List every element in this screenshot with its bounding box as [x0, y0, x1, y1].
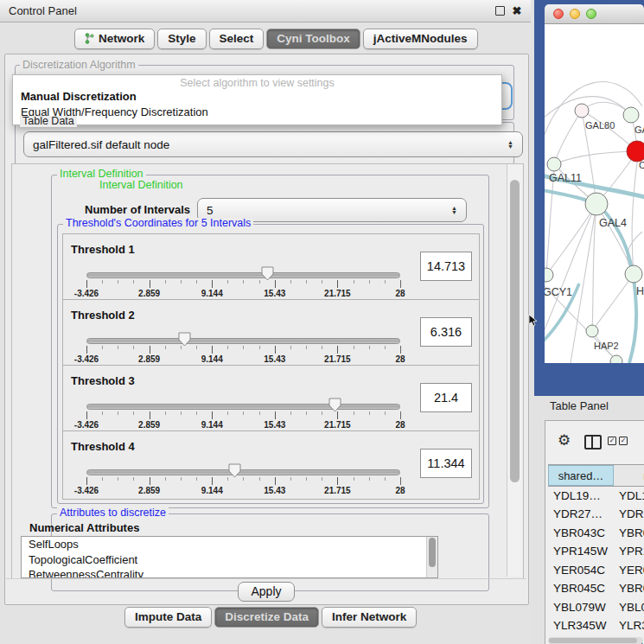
list-item[interactable]: TopologicalCoefficient — [22, 552, 437, 568]
threshold-slider[interactable]: -3.426 2.859 9.144 15.43 21.715 28 — [86, 335, 400, 364]
close-icon[interactable]: ✖ — [511, 5, 523, 17]
settings-scroll-pane: Interval Definition Number of Intervals … — [11, 163, 524, 579]
threshold-slider[interactable]: -3.426 2.859 9.144 15.43 21.715 28 — [86, 466, 400, 495]
slider-thumb-icon[interactable] — [328, 398, 341, 412]
slider-ticks — [86, 346, 401, 354]
threshold-slider[interactable]: -3.426 2.859 9.144 15.43 21.715 28 — [86, 400, 400, 430]
mac-minimize-icon[interactable] — [570, 9, 580, 19]
network-canvas[interactable]: GAL80 GA C GAL11 GAL4 GCY1 H HAP2 — [545, 24, 644, 363]
table-horizontal-scrollbar[interactable] — [548, 637, 643, 644]
table-row[interactable]: YBR043C YBR0 — [548, 524, 644, 543]
attributes-group-title: Attributes to discretize — [57, 507, 169, 519]
node-h — [625, 265, 642, 283]
threshold-row: Threshold 3 -3.426 2.859 9.144 15.43 — [63, 366, 479, 431]
table-row[interactable]: YDL19… YDL1 — [548, 487, 644, 506]
table-row[interactable]: YLR345W YLR3 — [548, 617, 644, 636]
node-label: GCY1 — [545, 286, 572, 298]
table-header-row: shared… na — [548, 464, 644, 487]
combo-stepper-icon: ▲▼ — [507, 140, 513, 149]
control-panel-titlebar: Control Panel ✖ — [0, 0, 531, 22]
slider-tick-labels: -3.426 2.859 9.144 15.43 21.715 28 — [86, 420, 400, 430]
threshold-label: Threshold 3 — [71, 374, 135, 387]
mac-close-icon[interactable] — [553, 9, 564, 19]
threshold-row: Threshold 1 -3.426 2.859 9.144 15.43 — [63, 234, 479, 300]
popup-option-manual-discretization[interactable]: Manual Discretization — [13, 89, 501, 105]
settings-scrollbar[interactable] — [507, 164, 522, 577]
tab-impute-data[interactable]: Impute Data — [124, 607, 212, 628]
slider-track[interactable] — [86, 404, 400, 410]
network-icon — [85, 33, 94, 44]
slider-thumb-icon[interactable] — [178, 332, 191, 347]
table-row[interactable]: YDR27… YDR2 — [548, 506, 644, 525]
float-window-icon[interactable] — [494, 5, 506, 17]
checkbox-icon[interactable]: ✓ — [608, 437, 616, 445]
tab-style[interactable]: Style — [157, 29, 206, 49]
tab-network[interactable]: Network — [74, 29, 155, 49]
threshold-value-field[interactable]: 11.344 — [420, 449, 472, 478]
mac-zoom-icon[interactable] — [586, 9, 596, 19]
slider-thumb-icon[interactable] — [228, 463, 241, 478]
list-scrollbar[interactable] — [426, 537, 437, 577]
slider-ticks — [86, 280, 401, 288]
list-item[interactable]: BetweennessCentrality — [22, 567, 437, 578]
tab-infer-network[interactable]: Infer Network — [322, 607, 417, 628]
threshold-slider[interactable]: -3.426 2.859 9.144 15.43 21.715 28 — [86, 269, 400, 298]
table-data-group-title: Table Data — [20, 116, 77, 127]
node-cut — [610, 355, 622, 363]
slider-tick-labels: -3.426 2.859 9.144 15.43 21.715 28 — [86, 486, 400, 496]
slider-tick-labels: -3.426 2.859 9.144 15.43 21.715 28 — [86, 354, 400, 365]
threshold-row: Threshold 2 -3.426 2.859 9.144 15.43 — [63, 300, 479, 366]
interval-definition-group-title: Interval Definition — [57, 169, 146, 180]
column-browser-icon[interactable] — [584, 435, 602, 450]
top-tab-bar: Network Style Select Cyni Toolbox jActiv… — [74, 29, 478, 49]
threshold-value-field[interactable]: 21.4 — [420, 383, 472, 412]
apply-bar: Apply — [6, 578, 526, 603]
popup-option-equal-width-frequency[interactable]: Equal Width/Frequency Discretization — [13, 105, 501, 120]
node-gal80 — [575, 104, 589, 118]
algorithm-hint-text: Select algorithm to view settings — [13, 77, 501, 89]
algorithm-dropdown-popup: Select algorithm to view settings Manual… — [12, 74, 502, 125]
column-header-shared-name[interactable]: shared… — [548, 465, 614, 486]
table-panel: ⚙ ✓ ✓ shared… na YDL19… YDL1 YDR27… YDR2… — [545, 420, 644, 644]
slider-track[interactable] — [86, 272, 400, 278]
number-of-intervals-value: 5 — [207, 204, 214, 217]
threshold-label: Threshold 4 — [71, 440, 135, 453]
table-row[interactable]: YBL079W YBL0 — [548, 598, 644, 617]
tab-label: Network — [99, 32, 144, 45]
node-ne — [623, 107, 639, 123]
apply-button[interactable]: Apply — [238, 582, 294, 602]
table-row[interactable]: YPR145W YPR1 — [548, 543, 644, 562]
checkbox-icon[interactable]: ✓ — [619, 437, 628, 445]
slider-thumb-icon[interactable] — [261, 266, 274, 281]
cyni-toolbox-panel: Discretization Algorithm Select algorith… — [4, 54, 529, 605]
gear-icon[interactable]: ⚙ — [558, 431, 571, 450]
slider-ticks — [86, 411, 401, 419]
tab-discretize-data[interactable]: Discretize Data — [214, 607, 319, 628]
network-window-titlebar — [545, 4, 644, 24]
thresholds-group-title: Threshold's Coordinates for 5 Intervals — [63, 218, 253, 229]
node-hap2 — [586, 325, 598, 337]
threshold-value-field[interactable]: 14.713 — [420, 252, 472, 281]
tab-jactivemnodules[interactable]: jActiveMNodules — [363, 29, 478, 49]
node-label: HAP2 — [594, 341, 619, 351]
column-header-name[interactable]: na — [614, 465, 644, 486]
list-item[interactable]: SelfLoops — [22, 537, 437, 552]
settings-scrollbar-thumb[interactable] — [510, 180, 520, 482]
threshold-label: Threshold 2 — [71, 309, 135, 322]
slider-track[interactable] — [86, 338, 400, 344]
table-row[interactable]: YBR045C YBR0 — [548, 580, 644, 599]
thresholds-stack: Threshold 1 -3.426 2.859 9.144 15.43 — [62, 233, 480, 500]
table-scrollbar-thumb[interactable] — [549, 638, 637, 643]
table-data-combobox[interactable]: galFiltered.sif default node ▲▼ — [23, 131, 523, 157]
network-graph: GAL80 GA C GAL11 GAL4 GCY1 H HAP2 — [545, 24, 644, 363]
interval-definition-group: Interval Definition Number of Intervals … — [51, 175, 489, 508]
tab-select[interactable]: Select — [209, 29, 265, 49]
numerical-attributes-list[interactable]: SelfLoops TopologicalCoefficient Between… — [21, 536, 438, 578]
threshold-value-field[interactable]: 6.316 — [420, 317, 472, 347]
node-gal4 — [585, 193, 608, 215]
list-scrollbar-thumb[interactable] — [429, 538, 436, 567]
discretization-algorithm-group-title: Discretization Algorithm — [20, 59, 138, 71]
slider-track[interactable] — [86, 469, 400, 475]
tab-cyni-toolbox[interactable]: Cyni Toolbox — [266, 29, 360, 49]
table-row[interactable]: YER054C YER0 — [548, 561, 644, 580]
